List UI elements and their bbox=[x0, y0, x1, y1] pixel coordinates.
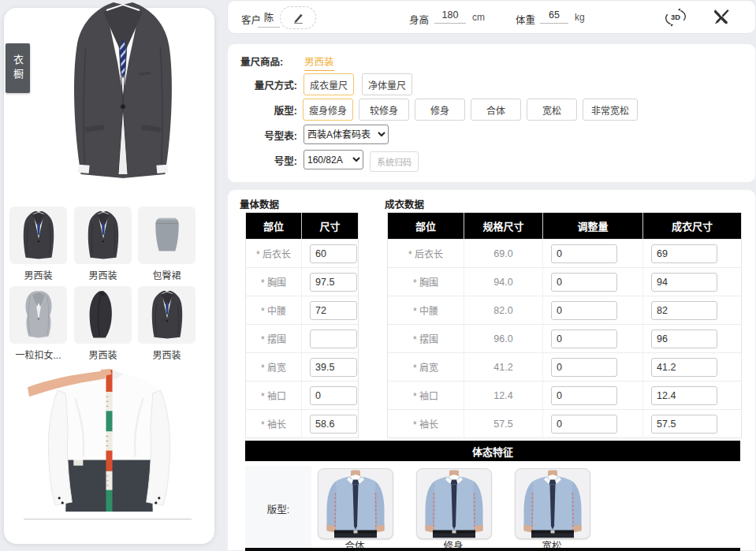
wardrobe-item-label: 包臀裙 bbox=[138, 268, 196, 281]
wardrobe-panel: 男西装 男西装 包臀裙 一粒扣女... 男西装 男西装 bbox=[4, 8, 214, 544]
table-row: * 袖口 bbox=[246, 381, 358, 409]
final-size-input[interactable] bbox=[651, 415, 717, 434]
measurement-data-panel: 量体数据 部位 尺寸 * 后衣长 * 胸围 * 中腰 * 摆围 bbox=[227, 189, 756, 551]
design-tools-icon[interactable] bbox=[712, 7, 731, 29]
system-code-button[interactable]: 系统归码 bbox=[370, 151, 419, 172]
part-label: * 袖口 bbox=[261, 389, 286, 402]
adjust-input[interactable] bbox=[551, 273, 617, 292]
spec-value: 41.2 bbox=[493, 362, 512, 373]
customer-topbar: 客户 陈 身高 180 cm 体重 65 kg bbox=[227, 0, 756, 34]
part-label: * 袖长 bbox=[261, 417, 286, 430]
table-row: * 后衣长 69.0 bbox=[388, 239, 741, 267]
3d-rotate-icon[interactable] bbox=[665, 7, 687, 31]
part-label: * 胸围 bbox=[261, 275, 286, 289]
spec-value: 82.0 bbox=[493, 305, 512, 316]
body-size-input[interactable] bbox=[310, 244, 357, 263]
product-label: 量尺商品: bbox=[240, 54, 297, 69]
final-size-input[interactable] bbox=[651, 273, 717, 292]
adjust-input[interactable] bbox=[551, 358, 617, 377]
part-label: * 袖长 bbox=[413, 417, 438, 430]
table-row: * 中腰 bbox=[246, 296, 358, 324]
body-table-title: 量体数据 bbox=[240, 196, 279, 211]
spec-value: 12.4 bbox=[493, 390, 512, 401]
final-size-input[interactable] bbox=[651, 386, 717, 405]
size-label: 号型: bbox=[240, 153, 297, 168]
header-final: 成衣尺寸 bbox=[643, 213, 741, 239]
table-row: * 后衣长 bbox=[246, 239, 358, 267]
part-label: * 摆围 bbox=[261, 332, 286, 345]
body-size-input[interactable] bbox=[310, 329, 357, 348]
table-row: * 袖口 12.4 bbox=[388, 381, 741, 409]
weight-unit: kg bbox=[575, 12, 585, 23]
edit-customer-button[interactable] bbox=[280, 6, 316, 29]
wardrobe-item-4[interactable]: 一粒扣女... bbox=[9, 286, 67, 361]
spec-value: 57.5 bbox=[493, 419, 512, 430]
posture-fit-label: 版型: bbox=[245, 466, 311, 551]
body-size-input[interactable] bbox=[310, 415, 357, 434]
height-unit: cm bbox=[472, 12, 485, 23]
body-size-input[interactable] bbox=[310, 301, 357, 320]
table-row: * 袖长 bbox=[246, 409, 358, 437]
wardrobe-item-6[interactable]: 男西装 bbox=[138, 286, 196, 361]
final-size-input[interactable] bbox=[651, 244, 717, 263]
wardrobe-item-5[interactable]: 男西装 bbox=[74, 286, 132, 361]
body-size-input[interactable] bbox=[310, 358, 357, 377]
final-size-input[interactable] bbox=[651, 329, 717, 348]
table-row: * 肩宽 bbox=[246, 352, 358, 381]
suit-front-thumbnail bbox=[74, 207, 132, 264]
fit-option-5[interactable]: 宽松 bbox=[527, 99, 577, 121]
final-size-input[interactable] bbox=[651, 301, 717, 320]
height-label: 身高 bbox=[409, 12, 429, 27]
fit-option-4[interactable]: 合体 bbox=[471, 99, 521, 121]
adjust-input[interactable] bbox=[551, 329, 617, 348]
weight-field[interactable]: 65 bbox=[540, 9, 568, 24]
final-size-input[interactable] bbox=[651, 358, 717, 377]
adjust-input[interactable] bbox=[551, 386, 617, 405]
wardrobe-item-1[interactable]: 男西装 bbox=[9, 207, 67, 281]
body-size-input[interactable] bbox=[310, 273, 357, 292]
method-option-finished[interactable]: 成衣量尺 bbox=[304, 73, 354, 95]
body-size-input[interactable] bbox=[310, 386, 357, 405]
fit-option-2[interactable]: 较修身 bbox=[359, 99, 409, 121]
adjust-input[interactable] bbox=[551, 415, 617, 434]
fit-option-1[interactable]: 瘦身修身 bbox=[303, 99, 353, 121]
adjust-input[interactable] bbox=[551, 244, 617, 263]
measure-options-panel: 量尺商品: 男西装 量尺方式: 成衣量尺 净体量尺 版型: 瘦身修身 较修身 修… bbox=[227, 43, 756, 183]
adjust-input[interactable] bbox=[551, 301, 617, 320]
header-adjust: 调整量 bbox=[543, 213, 643, 239]
back-measurement-photo bbox=[28, 367, 190, 513]
part-label: * 肩宽 bbox=[261, 360, 286, 374]
method-option-body[interactable]: 净体量尺 bbox=[362, 73, 412, 95]
posture-fit-option-regular[interactable] bbox=[318, 468, 393, 539]
size-chart-select[interactable]: 西装A体套码表 bbox=[304, 125, 389, 144]
wardrobe-item-label: 男西装 bbox=[138, 348, 196, 361]
size-select[interactable]: 160/82A bbox=[304, 150, 363, 169]
posture-fit-option-loose[interactable] bbox=[515, 468, 590, 539]
height-field[interactable]: 180 bbox=[434, 9, 466, 24]
table-row: * 胸围 bbox=[246, 267, 358, 296]
wardrobe-tab[interactable]: 衣橱 bbox=[6, 43, 30, 93]
suit-preview-image bbox=[42, 0, 204, 184]
wardrobe-item-2[interactable]: 男西装 bbox=[74, 207, 132, 281]
posture-fit-option-slim[interactable] bbox=[416, 468, 492, 539]
table-row: * 摆围 96.0 bbox=[388, 324, 741, 352]
skirt-thumbnail bbox=[138, 207, 196, 264]
header-part: 部位 bbox=[246, 213, 302, 239]
jacket-side-thumbnail bbox=[74, 286, 132, 344]
suit-front-thumbnail bbox=[9, 207, 67, 264]
table-row: * 中腰 82.0 bbox=[388, 296, 741, 324]
customer-name-field[interactable]: 陈 bbox=[258, 9, 280, 28]
fit-option-3[interactable]: 修身 bbox=[415, 99, 465, 121]
shirt-fit-photo bbox=[318, 469, 393, 538]
product-link[interactable]: 男西装 bbox=[304, 54, 334, 71]
pencil-icon bbox=[292, 12, 304, 24]
fit-option-6[interactable]: 非常宽松 bbox=[583, 99, 638, 121]
app-window: 男西装 男西装 包臀裙 一粒扣女... 男西装 男西装 衣橱 bbox=[0, 0, 756, 551]
shirt-fit-photo bbox=[417, 469, 491, 538]
header-part: 部位 bbox=[388, 213, 464, 239]
wardrobe-item-3[interactable]: 包臀裙 bbox=[138, 207, 196, 281]
weight-label: 体重 bbox=[516, 12, 535, 27]
garment-table: 部位 规格尺寸 调整量 成衣尺寸 * 后衣长 69.0 * 胸围 94.0 * … bbox=[387, 212, 742, 438]
wardrobe-item-label: 男西装 bbox=[74, 268, 132, 281]
posture-section-header: 体态特征 bbox=[245, 441, 740, 461]
